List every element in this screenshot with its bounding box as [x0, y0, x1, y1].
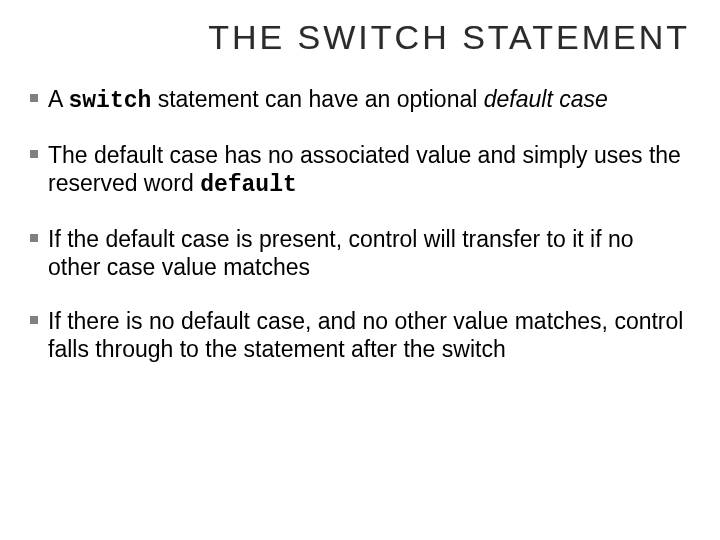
bullet-2-code: default — [200, 172, 297, 198]
bullet-2-text: The default case has no associated value… — [48, 142, 681, 196]
bullet-2: The default case has no associated value… — [30, 141, 690, 199]
slide: THE SWITCH STATEMENT A switch statement … — [0, 0, 720, 540]
bullet-list: A switch statement can have an optional … — [30, 85, 690, 363]
slide-title: THE SWITCH STATEMENT — [30, 18, 690, 57]
bullet-1-italic: default case — [484, 86, 608, 112]
bullet-4: If there is no default case, and no othe… — [30, 307, 690, 363]
bullet-3: If the default case is present, control … — [30, 225, 690, 281]
bullet-4-text: If there is no default case, and no othe… — [48, 308, 683, 362]
bullet-1-text-a: A — [48, 86, 68, 112]
bullet-3-text: If the default case is present, control … — [48, 226, 634, 280]
bullet-1: A switch statement can have an optional … — [30, 85, 690, 115]
bullet-1-code: switch — [68, 88, 151, 114]
bullet-1-text-b: statement can have an optional — [151, 86, 483, 112]
